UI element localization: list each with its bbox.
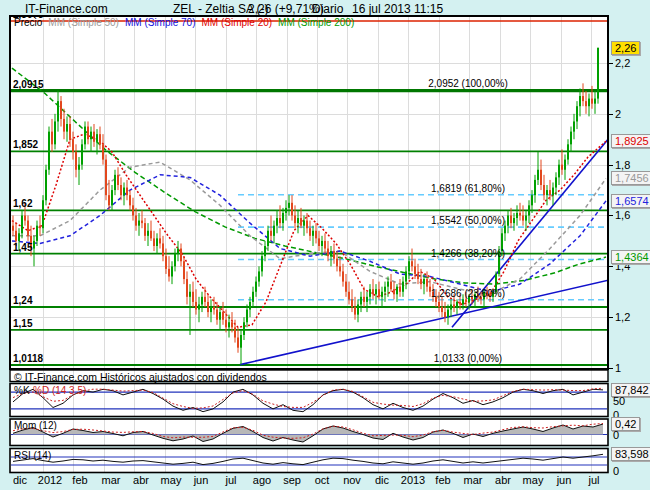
month-label: ago bbox=[253, 474, 271, 486]
month-label: jun bbox=[194, 474, 209, 486]
month-label: mar bbox=[464, 474, 483, 486]
month-label: dic bbox=[13, 474, 27, 486]
stochastic-d-label: %D (14 3 5) bbox=[33, 385, 86, 396]
watermark-text: © IT-Finance.com Históricos ajustados co… bbox=[14, 371, 267, 383]
month-label: 2013 bbox=[401, 474, 425, 486]
month-label: may bbox=[523, 474, 544, 486]
month-label: feb bbox=[72, 474, 87, 486]
month-label: sep bbox=[283, 474, 301, 486]
month-label: 2012 bbox=[38, 474, 62, 486]
indicator-value-box: 83,598 bbox=[611, 447, 650, 461]
indicator-axis-label: 0 bbox=[613, 465, 619, 477]
month-label: jun bbox=[557, 474, 572, 486]
current-price-box: 2,26 bbox=[611, 41, 640, 55]
price-tick-label: 1,8 bbox=[615, 159, 630, 171]
month-label: jul bbox=[588, 474, 599, 486]
ma-value-box: 1,7456 bbox=[611, 171, 650, 185]
month-label: nov bbox=[343, 474, 361, 486]
indicator-axis-label: 50 bbox=[613, 395, 625, 407]
time-axis: dic2012febmarabrmayjunjulagosepoctnovdic… bbox=[0, 474, 650, 488]
ma-value-box: 1,6574 bbox=[611, 194, 650, 208]
price-tick-label: 2,2 bbox=[615, 57, 630, 69]
month-label: dic bbox=[375, 474, 389, 486]
charting-app-window: IT-Finance.com ZEL - Zeltia SA (-) 2,26 … bbox=[0, 0, 650, 490]
month-label: abr bbox=[495, 474, 511, 486]
ma-value-box: 1,8925 bbox=[611, 134, 650, 148]
month-label: may bbox=[161, 474, 182, 486]
ma-value-box: 1,4364 bbox=[611, 250, 650, 264]
price-tick-label: 1,6 bbox=[615, 209, 630, 221]
indicator-axis-label: 0 bbox=[613, 429, 619, 441]
chart-canvas[interactable] bbox=[0, 0, 650, 490]
month-label: abr bbox=[133, 474, 149, 486]
price-tick-label: 1 bbox=[615, 362, 621, 374]
month-label: mar bbox=[102, 474, 121, 486]
month-label: jul bbox=[225, 474, 236, 486]
month-label: oct bbox=[315, 474, 330, 486]
stochastic-k-label: %K bbox=[14, 385, 30, 396]
rsi-label: RSI (14) bbox=[14, 450, 51, 461]
price-tick-label: 2 bbox=[615, 108, 621, 120]
momentum-label: Mom (12) bbox=[14, 420, 57, 431]
month-label: feb bbox=[435, 474, 450, 486]
price-tick-label: 1,2 bbox=[615, 311, 630, 323]
